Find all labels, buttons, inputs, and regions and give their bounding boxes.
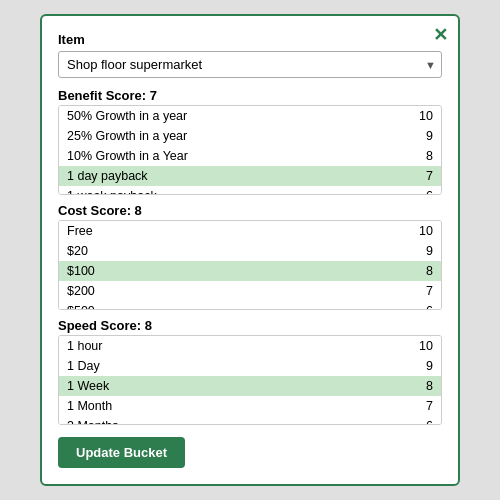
table-row: $1008 (59, 261, 441, 281)
row-value: 9 (413, 129, 433, 143)
row-label: Free (67, 224, 413, 238)
modal: ✕ Item Shop floor supermarket ▼ Benefit … (40, 14, 460, 486)
row-label: 25% Growth in a year (67, 129, 413, 143)
row-value: 9 (413, 359, 433, 373)
table-row: $2007 (59, 281, 441, 301)
row-value: 8 (413, 264, 433, 278)
benefit-section-title: Benefit Score: 7 (58, 88, 442, 103)
table-row: 1 day payback7 (59, 166, 441, 186)
row-value: 7 (413, 284, 433, 298)
row-label: 1 week payback (67, 189, 413, 195)
row-value: 10 (413, 224, 433, 238)
table-row: 10% Growth in a Year8 (59, 146, 441, 166)
table-row: $209 (59, 241, 441, 261)
table-row: 3 Months6 (59, 416, 441, 425)
row-value: 8 (413, 379, 433, 393)
row-label: $500 (67, 304, 413, 310)
cost-section-title: Cost Score: 8 (58, 203, 442, 218)
row-value: 10 (413, 339, 433, 353)
table-row: 25% Growth in a year9 (59, 126, 441, 146)
table-row: 1 Month7 (59, 396, 441, 416)
table-row: 1 Week8 (59, 376, 441, 396)
table-row: Free10 (59, 221, 441, 241)
row-label: $200 (67, 284, 413, 298)
table-row: 50% Growth in a year10 (59, 106, 441, 126)
row-label: 3 Months (67, 419, 413, 425)
row-label: 50% Growth in a year (67, 109, 413, 123)
speed-score-list[interactable]: 1 hour101 Day91 Week81 Month73 Months6 (58, 335, 442, 425)
row-value: 7 (413, 399, 433, 413)
row-value: 6 (413, 419, 433, 425)
row-label: 1 Day (67, 359, 413, 373)
item-select[interactable]: Shop floor supermarket (58, 51, 442, 78)
update-bucket-button[interactable]: Update Bucket (58, 437, 185, 468)
table-row: 1 week payback6 (59, 186, 441, 195)
table-row: 1 hour10 (59, 336, 441, 356)
table-row: $5006 (59, 301, 441, 310)
row-value: 10 (413, 109, 433, 123)
item-label: Item (58, 32, 442, 47)
row-label: 1 Month (67, 399, 413, 413)
row-value: 6 (413, 304, 433, 310)
row-value: 9 (413, 244, 433, 258)
close-button[interactable]: ✕ (433, 24, 448, 46)
row-label: $20 (67, 244, 413, 258)
benefit-score-list[interactable]: 50% Growth in a year1025% Growth in a ye… (58, 105, 442, 195)
row-label: 1 hour (67, 339, 413, 353)
row-label: 1 day payback (67, 169, 413, 183)
row-value: 7 (413, 169, 433, 183)
table-row: 1 Day9 (59, 356, 441, 376)
row-label: 10% Growth in a Year (67, 149, 413, 163)
row-value: 6 (413, 189, 433, 195)
row-label: $100 (67, 264, 413, 278)
row-value: 8 (413, 149, 433, 163)
row-label: 1 Week (67, 379, 413, 393)
item-select-wrapper: Shop floor supermarket ▼ (58, 51, 442, 78)
speed-section-title: Speed Score: 8 (58, 318, 442, 333)
cost-score-list[interactable]: Free10$209$1008$2007$5006$10005 (58, 220, 442, 310)
